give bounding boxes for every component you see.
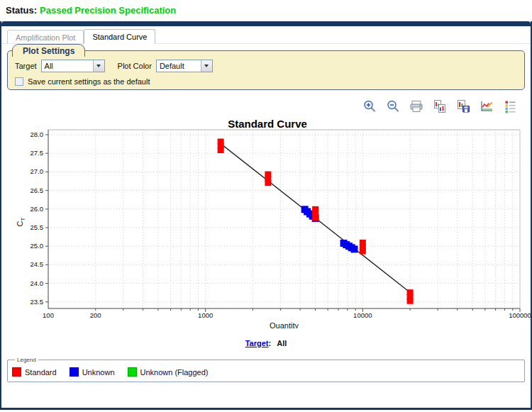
target-dropdown[interactable]: All xyxy=(41,60,105,72)
save-default-checkbox[interactable] xyxy=(15,77,23,86)
plot-settings-title: Plot Settings xyxy=(12,44,85,57)
svg-text:Quantity: Quantity xyxy=(270,321,299,328)
status-label: Status: xyxy=(6,5,37,16)
main-frame: Amplification Plot Standard Curve Plot S… xyxy=(0,21,532,410)
svg-text:27.5: 27.5 xyxy=(31,149,44,157)
svg-text:26.5: 26.5 xyxy=(31,186,44,194)
svg-text:27.0: 27.0 xyxy=(31,167,44,175)
tab-row: Amplification Plot Standard Curve xyxy=(1,26,531,44)
plot-color-dropdown[interactable]: Default xyxy=(156,60,213,72)
chevron-down-icon xyxy=(96,65,101,67)
svg-text:200: 200 xyxy=(90,311,101,319)
legend-title: Legend xyxy=(15,357,38,363)
show-legend-icon[interactable] xyxy=(501,98,518,114)
chevron-down-icon xyxy=(204,65,209,67)
svg-text:24.5: 24.5 xyxy=(31,260,44,268)
target-label: Target xyxy=(15,62,37,70)
tab-standard-curve[interactable]: Standard Curve xyxy=(84,29,155,44)
svg-text:24.0: 24.0 xyxy=(31,279,44,287)
status-line: Status:Passed Precision Specification xyxy=(0,0,532,21)
svg-text:100000: 100000 xyxy=(509,311,531,319)
svg-text:10000: 10000 xyxy=(353,311,372,319)
zoom-out-icon[interactable] xyxy=(384,98,401,114)
target-colon: : xyxy=(269,339,272,347)
target-line-value: All xyxy=(277,339,287,347)
legend-item-standard: Standard xyxy=(12,367,57,377)
zoom-in-icon[interactable] xyxy=(361,98,377,114)
legend-item-label: Unknown (Flagged) xyxy=(140,368,209,377)
svg-text:25.5: 25.5 xyxy=(31,223,44,231)
chart-legend: Legend Standard Unknown Unknown (Flagged… xyxy=(7,357,525,382)
target-link[interactable]: Target xyxy=(245,339,269,347)
print-icon[interactable] xyxy=(408,98,424,114)
svg-text:CT: CT xyxy=(16,217,26,226)
svg-text:23.5: 23.5 xyxy=(31,298,44,306)
unknown-flagged-swatch xyxy=(128,367,137,377)
legend-item-label: Standard xyxy=(25,368,57,377)
status-value: Passed Precision Specification xyxy=(40,5,176,16)
legend-item-label: Unknown xyxy=(82,368,115,377)
target-dropdown-value: All xyxy=(42,62,93,70)
standard-swatch xyxy=(12,367,21,377)
chart-target-line: Target:All xyxy=(1,339,531,347)
frame-top-bar xyxy=(1,21,531,26)
target-dropdown-button[interactable] xyxy=(93,60,104,72)
save-plot-icon[interactable] xyxy=(455,98,471,114)
svg-text:26.0: 26.0 xyxy=(31,205,44,213)
edit-plot-icon[interactable] xyxy=(478,98,494,114)
save-default-label: Save current settings as the default xyxy=(28,77,150,86)
copy-plot-icon[interactable] xyxy=(431,98,448,114)
plot-color-dropdown-value: Default xyxy=(157,62,201,70)
svg-text:28.0: 28.0 xyxy=(31,130,44,138)
tab-amplification-plot[interactable]: Amplification Plot xyxy=(7,30,84,44)
chart-toolbar xyxy=(1,98,531,114)
svg-text:1000: 1000 xyxy=(198,311,213,319)
legend-item-unknown-flagged: Unknown (Flagged) xyxy=(128,367,209,377)
svg-text:Standard Curve: Standard Curve xyxy=(228,118,307,130)
plot-settings-panel: Plot Settings Target All Plot Color Defa… xyxy=(7,50,525,90)
plot-color-label: Plot Color xyxy=(118,62,152,70)
legend-item-unknown: Unknown xyxy=(70,367,115,377)
svg-text:100: 100 xyxy=(43,311,54,319)
svg-text:25.0: 25.0 xyxy=(31,242,44,250)
unknown-swatch xyxy=(70,367,79,377)
standard-curve-chart[interactable]: 23.524.024.525.025.526.026.527.027.528.0… xyxy=(1,116,532,328)
plot-color-dropdown-button[interactable] xyxy=(201,60,212,72)
